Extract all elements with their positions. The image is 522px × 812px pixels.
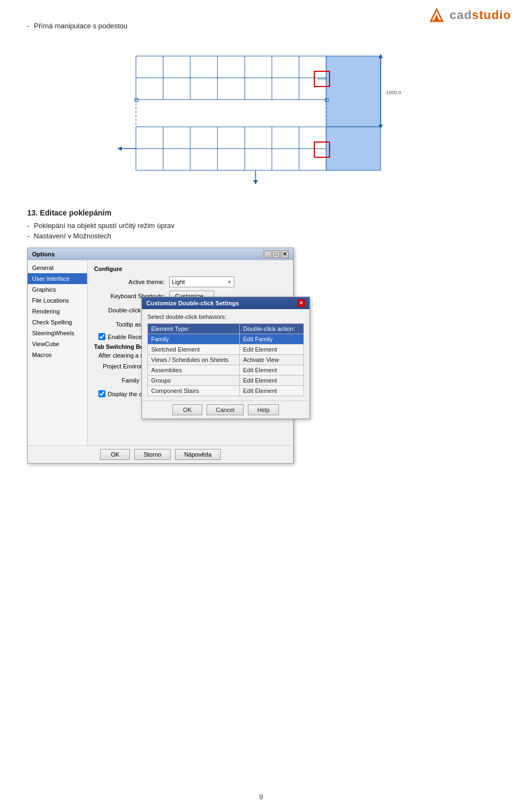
bullet-item-1: - Poklepání na objekt spustí určitý reži…: [27, 222, 495, 230]
enable-recent-files-checkbox[interactable]: [98, 333, 105, 340]
svg-rect-27: [326, 127, 381, 170]
options-napoveda-btn[interactable]: Nápověda: [175, 449, 221, 460]
svg-text:1000.0: 1000.0: [386, 90, 401, 95]
customize-table: Element Type: Double-click action: Famil…: [147, 323, 304, 396]
table-row-groups[interactable]: Groups Edit Element: [148, 376, 304, 386]
sidebar-general[interactable]: General: [28, 262, 87, 273]
customize-intro: Select double-click behaviors:: [147, 313, 304, 320]
table-row-views[interactable]: Views / Schedules on Sheets Activate Vie…: [148, 355, 304, 365]
sidebar-steering-wheels[interactable]: SteeringWheels: [28, 328, 87, 339]
customize-footer: OK Cancel Help: [142, 401, 309, 419]
options-titlebar: Options _ □ ✕: [28, 248, 293, 260]
sidebar-rendering[interactable]: Rendering: [28, 306, 87, 317]
svg-marker-30: [117, 146, 122, 151]
sidebar-user-interface[interactable]: User Interface: [28, 273, 87, 284]
customize-help-btn[interactable]: Help: [248, 404, 279, 415]
svg-marker-32: [253, 180, 258, 184]
options-footer: OK Storno Nápověda: [28, 445, 293, 463]
customize-dialog[interactable]: Customize Double-click Settings ✕ Select…: [141, 297, 310, 419]
section13-heading: 13. Editace poklepáním: [27, 208, 495, 217]
active-theme-combo[interactable]: Light ▼: [169, 276, 234, 287]
options-storno-btn[interactable]: Storno: [134, 449, 170, 460]
action-assemblies: Edit Element: [240, 365, 304, 376]
customize-ok-btn[interactable]: OK: [172, 404, 202, 415]
cadstudio-logo-icon: [427, 5, 446, 25]
element-assemblies: Assemblies: [148, 365, 240, 376]
options-ok-btn[interactable]: OK: [100, 449, 130, 460]
action-family: Edit Family: [240, 334, 304, 345]
sidebar-viewcube[interactable]: ViewCube: [28, 339, 87, 349]
logo-text: cadstudio: [450, 8, 511, 22]
table-row-component-stairs[interactable]: Component Stairs Edit Element: [148, 386, 304, 396]
maximize-btn[interactable]: □: [272, 250, 280, 258]
element-groups: Groups: [148, 376, 240, 386]
minimize-btn[interactable]: _: [264, 250, 271, 258]
page-number: 9: [0, 793, 522, 801]
element-component-stairs: Component Stairs: [148, 386, 240, 396]
element-sketched: Sketched Element: [148, 345, 240, 355]
customize-titlebar: Customize Double-click Settings ✕: [142, 297, 309, 309]
customize-cancel-btn[interactable]: Cancel: [207, 404, 244, 415]
bullet-item-2: - Nastavení v Možnostech: [27, 232, 495, 240]
action-views: Activate View: [240, 355, 304, 365]
element-views: Views / Schedules on Sheets: [148, 355, 240, 365]
screenshot-area: Options _ □ ✕ General User Interface Gra…: [27, 248, 364, 464]
sidebar-macros[interactable]: Macros: [28, 349, 87, 360]
close-btn[interactable]: ✕: [281, 250, 289, 258]
active-theme-control: Light ▼: [169, 276, 287, 287]
action-component-stairs: Edit Element: [240, 386, 304, 396]
logo: cadstudio: [427, 5, 511, 25]
col-double-click-action: Double-click action:: [240, 324, 304, 334]
customize-body: Select double-click behaviors: Element T…: [142, 309, 309, 401]
stair-diagram-svg: 1000.0: [109, 40, 413, 192]
table-row-family[interactable]: Family Edit Family: [148, 334, 304, 345]
svg-marker-1: [434, 14, 440, 21]
sidebar-check-spelling[interactable]: Check Spelling: [28, 317, 87, 328]
titlebar-buttons: _ □ ✕: [264, 250, 289, 258]
configure-title: Configure: [94, 266, 287, 272]
contextual-tab-checkbox[interactable]: [98, 390, 105, 397]
svg-rect-11: [326, 56, 381, 127]
options-sidebar: General User Interface Graphics File Loc…: [28, 260, 88, 445]
sidebar-file-locations[interactable]: File Locations: [28, 295, 87, 306]
table-row-assemblies[interactable]: Assemblies Edit Element: [148, 365, 304, 376]
section1-heading: - Přímá manipulace s podestou: [27, 22, 495, 30]
sidebar-graphics[interactable]: Graphics: [28, 284, 87, 295]
customize-close-btn[interactable]: ✕: [297, 299, 305, 307]
customize-table-header: Element Type: Double-click action:: [148, 324, 304, 334]
element-family: Family: [148, 334, 240, 345]
action-sketched: Edit Element: [240, 345, 304, 355]
action-groups: Edit Element: [240, 376, 304, 386]
combo-arrow-theme: ▼: [227, 280, 232, 285]
drawing-diagram: 1000.0: [27, 40, 495, 192]
active-theme-row: Active theme: Light ▼: [94, 276, 287, 287]
col-element-type: Element Type:: [148, 324, 240, 334]
table-row-sketched[interactable]: Sketched Element Edit Element: [148, 345, 304, 355]
